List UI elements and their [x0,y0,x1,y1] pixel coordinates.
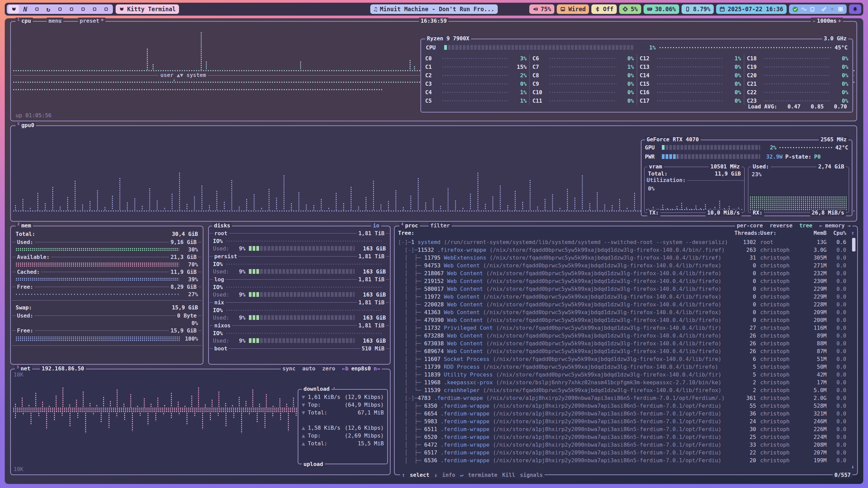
process-command: │ ├─ 479390 Web Content (/nix/store/fqad… [398,316,734,324]
process-row[interactable]: │ ├─ 11968 .keepassxc-prox (/nix/store/b… [398,379,854,386]
process-row[interactable]: [-]─4783 .ferdium-wrappe (/nix/store/a1p… [398,394,854,402]
process-row[interactable]: │ ├─ 11839 Utility Process (/nix/store/f… [398,371,854,379]
process-row[interactable]: │ ├─ 6472 .ferdium-wrappe (/nix/store/a1… [398,441,854,449]
window-title: Kitty Terminal [127,6,176,13]
up-arrow-icon: ▲ [302,425,305,431]
terminate-key[interactable]: terminate [468,472,497,479]
process-row[interactable]: [-]─1 systemd (/run/current-system/syste… [398,238,854,246]
network-pill[interactable]: Wired [557,4,589,14]
process-row[interactable]: │ ├─ 11739 RDD Process (/nix/store/fqadd… [398,363,854,371]
sort-column-button[interactable]: memory [825,222,845,229]
auto-button[interactable]: auto [302,365,316,372]
process-row[interactable]: │ ├─ 11795 WebExtensions (/nix/store/fqa… [398,254,854,262]
workspace-1-cat-icon[interactable] [8,5,19,13]
filter-button[interactable]: filter [429,222,452,229]
net-ip: 192.168.86.50 [40,365,86,372]
workspace-8-square-icon[interactable] [89,5,100,13]
kill-key[interactable]: Kill [502,472,515,479]
download-row-value: 67,1 MiB [358,409,384,416]
mem-used-meter: 30% [16,246,198,253]
process-row[interactable]: │ ├─ 11972 Web Content (/nix/store/fqadd… [398,293,854,301]
interval-minus-button[interactable]: - [812,18,816,24]
select-key[interactable]: select [410,472,430,479]
iface-name: enp8s0 [351,365,371,372]
net-buttons: sync auto zero ←b enp8s0 n→ [281,365,382,372]
cpu-usage-pill[interactable]: 5% [619,4,641,14]
notifications-pill[interactable] [849,4,861,14]
key-icon[interactable] [821,6,827,12]
interval-plus-button[interactable]: + [838,18,841,24]
zero-button[interactable]: zero [322,365,335,372]
process-row[interactable]: │ ├─ 6517 .ferdium-wrappe (/nix/store/a1… [398,449,854,456]
info-key[interactable]: info [442,472,455,479]
reverse-button[interactable]: reverse [770,222,792,229]
disk-usage-value: 8.79% [693,6,710,13]
process-row[interactable]: │ ├─ 6520 .ferdium-wrappe (/nix/store/a1… [398,433,854,441]
workspace-9-square-icon[interactable] [101,5,111,13]
download-row: ▼1,61 KiB/s(12,9 Kibps) [302,393,384,401]
disk-used-meter [249,315,355,320]
clipboard-icon[interactable] [810,6,815,12]
process-row[interactable]: │ ├─ 41363 Web Content (/nix/store/fqadd… [398,308,854,316]
disk-usage-pill[interactable]: 8.79% [682,4,714,14]
menu-button[interactable]: menu [47,18,63,24]
process-row[interactable]: │ ├─ 5983 .ferdium-wrappe (/nix/store/a1… [398,418,854,425]
process-row[interactable]: │ ├─ 220028 Web Content (/nix/store/fqad… [398,301,854,308]
process-user: christoph [756,410,797,418]
iface-next-button[interactable]: n→ [374,365,380,372]
check-circle-icon[interactable] [792,6,798,12]
bluetooth-pill[interactable]: Off [591,4,617,14]
scroll-down-indicator[interactable]: ↓ [851,463,854,470]
process-row[interactable]: │ ├─ 219152 Web Content (/nix/store/fqad… [398,277,854,285]
iface-prev-button[interactable]: ←b [342,365,349,372]
core-name: C14 [640,72,655,79]
process-row[interactable]: │ ├─ 94753 Web Content (/nix/store/fqadd… [398,262,854,269]
core-pct: 1% [511,98,527,104]
cpu-total-meter [444,45,634,50]
preset-button[interactable]: preset * [78,18,105,24]
grid-icon[interactable] [838,6,843,12]
process-row[interactable]: │ ├─ 11607 Socket Process (/nix/store/fq… [398,355,854,363]
triangle-down-icon[interactable] [830,7,835,12]
workspace-3-square-icon[interactable] [32,5,42,13]
process-row[interactable]: │ ├─ 689674 Web Content (/nix/store/fqad… [398,347,854,355]
sort-prev-button[interactable]: ← [819,222,823,229]
process-row[interactable]: │ ├─ 580017 Web Content (/nix/store/fqad… [398,285,854,293]
sort-arrow[interactable]: ↑ [846,229,854,237]
workspace-2-nix-icon[interactable]: N [20,5,31,13]
process-row[interactable]: │ ├─ 6511 .ferdium-wrappe (/nix/store/a1… [398,425,854,433]
core-name: C1 [425,64,440,70]
workspace-4-refresh-icon[interactable]: ↻ [43,5,54,13]
process-row[interactable]: │ ├─ 218067 Web Content (/nix/store/fqad… [398,269,854,277]
tree-button[interactable]: tree [799,222,812,229]
process-row[interactable]: │ ├─ 6654 .ferdium-wrappe (/nix/store/a1… [398,410,854,418]
core-row: C110% [530,97,636,105]
process-row[interactable]: │ ├─ 479390 Web Content (/nix/store/fqad… [398,316,854,324]
signals-key[interactable]: signals [520,472,542,479]
process-row[interactable]: │ ├─ 11732 Privileged Cont (/nix/store/f… [398,324,854,332]
process-row[interactable]: │ ├─ 6536 .ferdium-wrappe (/nix/store/a1… [398,456,854,464]
process-threads: 36 [734,410,756,418]
clock: 16:36:59 [419,18,448,24]
music-pill[interactable]: ♫ Minuit Machine - Don't Run Fro... [370,4,498,14]
workspace-7-square-icon[interactable] [78,5,88,13]
process-row[interactable]: │ ├─ 6350 .ferdium-wrappe (/nix/store/a1… [398,402,854,410]
wave-icon[interactable] [801,6,807,12]
sync-button[interactable]: sync [282,365,296,372]
download-row-label: 1,61 KiB/s [308,394,340,400]
sort-next-button[interactable]: → [847,222,851,229]
workspace-6-square-icon[interactable] [66,5,77,13]
workspace-5-square-icon[interactable] [55,5,65,13]
volume-pill[interactable]: 75% [529,4,555,14]
process-row[interactable]: │ ├─ 673038 Web Content (/nix/store/fqad… [398,340,854,347]
process-row[interactable]: │ ├─ 673288 Web Content (/nix/store/fqad… [398,332,854,340]
io-button[interactable]: io [371,222,381,229]
core-pct: 0% [618,72,634,79]
proc-scrollbar[interactable] [852,238,855,251]
process-row[interactable]: │ └─ 11539 crashhelper (/nix/store/fqadd… [398,386,854,394]
window-title-pill[interactable]: Kitty Terminal [116,4,179,14]
per-core-button[interactable]: per-core [737,222,763,229]
clock-pill[interactable]: 2025-07-22 16:36 [716,4,787,14]
memory-usage-pill[interactable]: 30.06% [644,4,679,14]
process-row[interactable]: [-]─11532 .firefox-wrappe (/nix/store/fq… [398,246,854,254]
